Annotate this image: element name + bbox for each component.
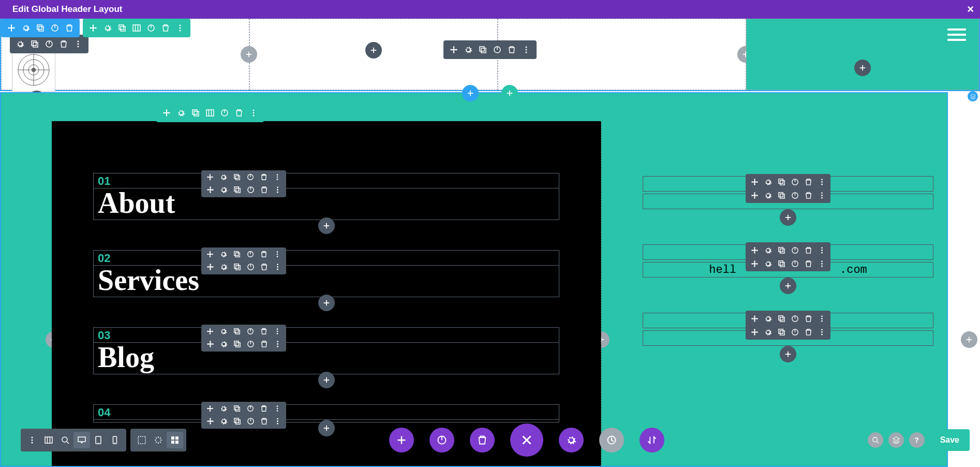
dots-icon[interactable] <box>271 171 284 183</box>
menu-column[interactable]: 01 About 02 Services 03 Blog <box>52 121 601 466</box>
add-module-button[interactable] <box>318 217 335 234</box>
info-column[interactable]: hell.com <box>601 121 964 466</box>
trash-icon[interactable] <box>257 260 271 273</box>
dots-icon[interactable] <box>815 188 828 202</box>
add-module-button[interactable] <box>780 278 796 294</box>
power-icon[interactable] <box>42 37 56 51</box>
move-icon[interactable] <box>748 325 761 339</box>
add-module-button[interactable] <box>780 346 796 362</box>
trash-icon[interactable] <box>257 337 271 351</box>
trash-icon[interactable] <box>257 249 271 260</box>
dots-icon[interactable] <box>271 249 284 260</box>
move-icon[interactable] <box>203 403 217 414</box>
dots-icon[interactable] <box>271 403 284 414</box>
power-icon[interactable] <box>490 42 504 57</box>
dots-icon[interactable] <box>71 37 85 51</box>
dup-icon[interactable] <box>775 257 788 270</box>
gear-icon[interactable] <box>761 175 775 188</box>
gear-icon[interactable] <box>217 414 230 428</box>
dots-icon[interactable] <box>271 414 284 428</box>
duplicate-icon[interactable] <box>188 106 203 120</box>
sort-button[interactable] <box>640 428 664 453</box>
gear-icon[interactable] <box>217 183 230 196</box>
columns-icon[interactable] <box>203 106 217 120</box>
wireframe-mode-icon[interactable] <box>133 432 150 448</box>
close-header-editor[interactable]: × <box>967 3 974 16</box>
info-item[interactable] <box>643 313 933 346</box>
power-icon[interactable] <box>788 243 801 257</box>
power-button[interactable] <box>429 428 454 453</box>
history-button[interactable] <box>599 428 624 453</box>
move-icon[interactable] <box>203 414 217 428</box>
columns-icon[interactable] <box>129 21 144 35</box>
zoom-icon[interactable] <box>57 432 73 448</box>
dup-icon[interactable] <box>230 403 244 414</box>
search-icon[interactable] <box>868 432 883 448</box>
menu-item[interactable]: 02 Services <box>93 250 559 297</box>
hamburger-menu-icon[interactable] <box>947 28 966 44</box>
add-module-button[interactable] <box>318 295 335 311</box>
trash-icon[interactable] <box>158 21 173 35</box>
power-icon[interactable] <box>244 414 257 428</box>
gear-icon[interactable] <box>761 188 775 202</box>
power-icon[interactable] <box>217 106 232 120</box>
gear-icon[interactable] <box>217 260 230 273</box>
power-icon[interactable] <box>244 260 257 273</box>
gear-icon[interactable] <box>100 21 115 35</box>
gear-icon[interactable] <box>461 42 476 57</box>
duplicate-icon[interactable] <box>476 42 490 57</box>
dots-icon[interactable] <box>24 432 40 448</box>
trash-icon[interactable] <box>801 257 815 270</box>
move-icon[interactable] <box>748 257 761 270</box>
add-module-button[interactable] <box>854 60 871 76</box>
dots-icon[interactable] <box>519 42 533 57</box>
trash-button[interactable] <box>470 428 495 453</box>
power-icon[interactable] <box>144 21 158 35</box>
click-mode-icon[interactable] <box>150 432 167 448</box>
add-module-button[interactable] <box>318 420 335 436</box>
power-icon[interactable] <box>788 175 801 188</box>
trash-icon[interactable] <box>62 21 77 35</box>
power-icon[interactable] <box>244 403 257 414</box>
gear-icon[interactable] <box>761 312 775 325</box>
header-column-4[interactable] <box>746 19 979 90</box>
dots-icon[interactable] <box>815 243 828 257</box>
move-icon[interactable] <box>748 175 761 188</box>
add-module-button[interactable] <box>780 209 796 226</box>
dots-icon[interactable] <box>246 106 261 120</box>
power-icon[interactable] <box>244 171 257 183</box>
add-section-button[interactable] <box>462 85 479 101</box>
move-icon[interactable] <box>4 21 19 35</box>
trash-icon[interactable] <box>257 171 271 183</box>
dots-icon[interactable] <box>271 337 284 351</box>
duplicate-icon[interactable] <box>115 21 129 35</box>
move-icon[interactable] <box>203 337 217 351</box>
dots-icon[interactable] <box>173 21 187 35</box>
menu-item[interactable]: 03 Blog <box>93 327 559 374</box>
power-icon[interactable] <box>788 312 801 325</box>
dup-icon[interactable] <box>230 326 244 337</box>
move-icon[interactable] <box>203 260 217 273</box>
dup-icon[interactable] <box>230 171 244 183</box>
close-builder-button[interactable] <box>510 424 543 457</box>
power-icon[interactable] <box>244 249 257 260</box>
tablet-icon[interactable] <box>90 432 107 448</box>
dots-icon[interactable] <box>815 175 828 188</box>
add-button[interactable] <box>389 428 414 453</box>
gear-icon[interactable] <box>761 257 775 270</box>
dup-icon[interactable] <box>775 243 788 257</box>
logo-module[interactable] <box>12 48 55 92</box>
move-icon[interactable] <box>447 42 461 57</box>
layers-toggle[interactable] <box>968 91 978 101</box>
gear-icon[interactable] <box>19 21 33 35</box>
dots-icon[interactable] <box>271 260 284 273</box>
add-module-button[interactable] <box>318 372 335 388</box>
duplicate-icon[interactable] <box>33 21 48 35</box>
move-icon[interactable] <box>203 249 217 260</box>
move-icon[interactable] <box>748 243 761 257</box>
info-item[interactable]: hell.com <box>643 244 933 278</box>
power-icon[interactable] <box>788 188 801 202</box>
menu-item[interactable]: 01 About <box>93 173 559 220</box>
move-icon[interactable] <box>203 326 217 337</box>
move-icon[interactable] <box>748 188 761 202</box>
